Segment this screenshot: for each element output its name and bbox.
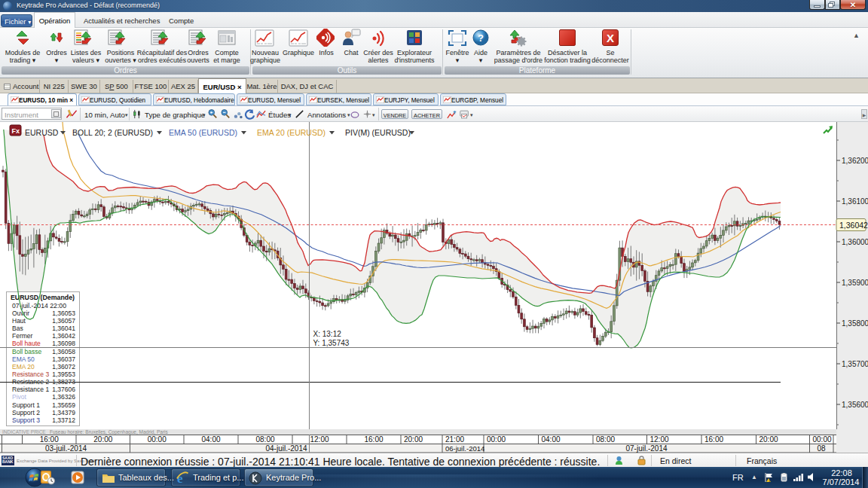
svg-text:Ouvrir: Ouvrir (12, 310, 29, 317)
svg-text:Boll basse: Boll basse (12, 348, 41, 355)
svg-text:1,35600: 1,35600 (842, 401, 868, 409)
svg-text:1,37606: 1,37606 (52, 386, 75, 393)
svg-text:08:00: 08:00 (255, 435, 274, 444)
svg-text:Fermer: Fermer (12, 332, 33, 340)
svg-text:1,36058: 1,36058 (52, 348, 75, 355)
svg-text:EMA 50: EMA 50 (12, 355, 35, 363)
svg-text:1,36037: 1,36037 (52, 355, 75, 363)
svg-text:EURUSD: EURUSD (25, 128, 59, 137)
svg-text:Support 2: Support 2 (12, 409, 40, 416)
svg-text:04:00: 04:00 (201, 435, 220, 444)
svg-text:X: 13:12: X: 13:12 (313, 330, 342, 338)
svg-text:1,36326: 1,36326 (52, 393, 75, 401)
svg-text:1,34379: 1,34379 (52, 409, 75, 416)
svg-text:?: ? (478, 32, 484, 44)
svg-text:12:00: 12:00 (310, 435, 329, 444)
svg-text:1,36057: 1,36057 (52, 317, 75, 325)
svg-text:1,35800: 1,35800 (842, 319, 868, 328)
svg-text:1,36098: 1,36098 (52, 340, 75, 347)
svg-text:Haut: Haut (12, 317, 26, 325)
svg-text:PIV(M) (EURUSD): PIV(M) (EURUSD) (345, 128, 411, 137)
svg-text:00:00: 00:00 (487, 435, 506, 444)
svg-text:Pivot: Pivot (12, 393, 27, 401)
svg-text:EMA 20 (EURUSD): EMA 20 (EURUSD) (257, 128, 326, 137)
svg-text:16:00: 16:00 (704, 435, 723, 444)
svg-text:EURUSD (Demande): EURUSD (Demande) (11, 294, 75, 301)
svg-text:1,36072: 1,36072 (52, 363, 75, 371)
svg-text:00:00: 00:00 (813, 435, 832, 444)
svg-text:1,36000: 1,36000 (842, 238, 868, 246)
svg-text:1,36042: 1,36042 (839, 221, 868, 230)
svg-text:1,36053: 1,36053 (52, 310, 75, 317)
svg-text:16:00: 16:00 (40, 435, 59, 444)
svg-text:Y: 1,35743: Y: 1,35743 (313, 339, 350, 347)
svg-text:20:00: 20:00 (404, 435, 423, 444)
svg-text:12:00: 12:00 (650, 435, 669, 444)
svg-text:03-juil.-2014: 03-juil.-2014 (45, 444, 87, 453)
svg-text:1,36100: 1,36100 (842, 197, 868, 206)
svg-text:1,33712: 1,33712 (52, 416, 75, 424)
svg-text:20:00: 20:00 (760, 435, 778, 444)
svg-text:06-juil.-2014: 06-juil.-2014 (445, 444, 484, 453)
svg-text:1,36041: 1,36041 (52, 325, 75, 332)
svg-text:Bas: Bas (12, 325, 23, 332)
svg-text:BOLL 20; 2 (EURUSD): BOLL 20; 2 (EURUSD) (72, 128, 153, 137)
svg-text:1,35700: 1,35700 (842, 360, 868, 368)
svg-text:!: ! (769, 478, 771, 483)
svg-text:04:00: 04:00 (542, 435, 561, 444)
svg-text:07-juil.-2014: 07-juil.-2014 (625, 444, 667, 453)
svg-text:08: 08 (817, 444, 826, 453)
svg-text:04-juil.-2014: 04-juil.-2014 (265, 444, 307, 453)
svg-text:1,36042: 1,36042 (52, 332, 75, 340)
svg-text:EMA 20: EMA 20 (12, 363, 35, 371)
svg-text:20:00: 20:00 (93, 435, 112, 444)
svg-text:Boll haute: Boll haute (12, 340, 41, 347)
svg-text:EMA 50 (EURUSD): EMA 50 (EURUSD) (169, 128, 237, 137)
svg-text:Resistance 3: Resistance 3 (12, 371, 49, 378)
svg-text:Support 3: Support 3 (12, 416, 40, 424)
svg-text:1,35900: 1,35900 (842, 279, 868, 287)
svg-text:08:00: 08:00 (596, 435, 615, 444)
svg-text:00:00: 00:00 (148, 435, 167, 444)
svg-text:1,35659: 1,35659 (52, 401, 75, 409)
svg-text:1,39553: 1,39553 (52, 371, 75, 378)
svg-text:1,36200: 1,36200 (842, 157, 868, 165)
svg-text:21:00: 21:00 (445, 435, 464, 444)
svg-text:Resistance 1: Resistance 1 (12, 386, 49, 393)
svg-text:Support 1: Support 1 (12, 401, 40, 409)
svg-text:INDICATIVE PRICE: INDICATIVE PRICE (2, 429, 46, 435)
svg-text:16:00: 16:00 (364, 435, 383, 444)
svg-text:Fx: Fx (12, 127, 20, 135)
